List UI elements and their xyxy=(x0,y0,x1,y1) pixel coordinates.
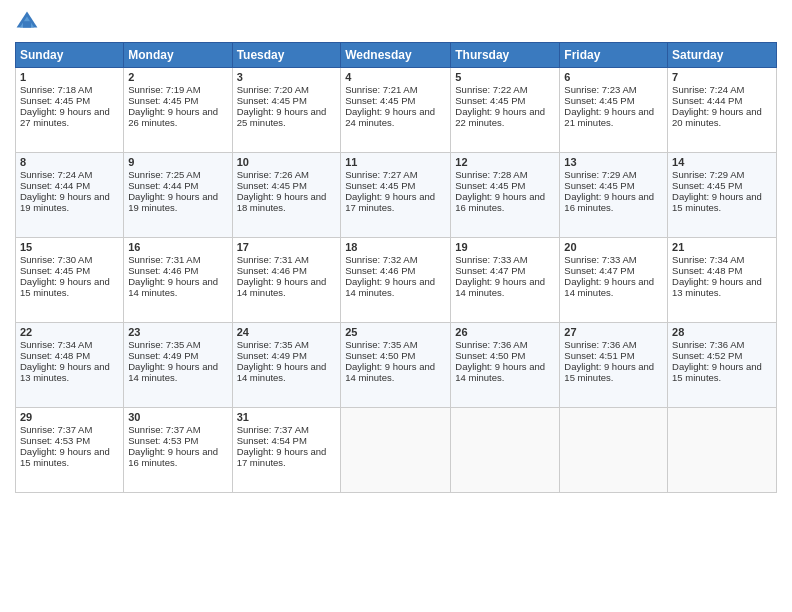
sunrise-label: Sunrise: 7:23 AM xyxy=(564,84,636,95)
sunset-label: Sunset: 4:54 PM xyxy=(237,435,307,446)
sunset-label: Sunset: 4:45 PM xyxy=(564,95,634,106)
calendar-cell: 16Sunrise: 7:31 AMSunset: 4:46 PMDayligh… xyxy=(124,238,232,323)
sunrise-label: Sunrise: 7:37 AM xyxy=(237,424,309,435)
day-number: 21 xyxy=(672,241,772,253)
day-number: 23 xyxy=(128,326,227,338)
daylight-label: Daylight: 9 hours and 16 minutes. xyxy=(128,446,218,468)
day-number: 31 xyxy=(237,411,337,423)
daylight-label: Daylight: 9 hours and 13 minutes. xyxy=(20,361,110,383)
sunset-label: Sunset: 4:44 PM xyxy=(672,95,742,106)
daylight-label: Daylight: 9 hours and 15 minutes. xyxy=(672,361,762,383)
day-header-thursday: Thursday xyxy=(451,43,560,68)
day-number: 15 xyxy=(20,241,119,253)
sunrise-label: Sunrise: 7:37 AM xyxy=(20,424,92,435)
daylight-label: Daylight: 9 hours and 14 minutes. xyxy=(237,361,327,383)
daylight-label: Daylight: 9 hours and 22 minutes. xyxy=(455,106,545,128)
calendar-cell: 20Sunrise: 7:33 AMSunset: 4:47 PMDayligh… xyxy=(560,238,668,323)
day-header-monday: Monday xyxy=(124,43,232,68)
sunrise-label: Sunrise: 7:33 AM xyxy=(455,254,527,265)
calendar-cell: 23Sunrise: 7:35 AMSunset: 4:49 PMDayligh… xyxy=(124,323,232,408)
daylight-label: Daylight: 9 hours and 26 minutes. xyxy=(128,106,218,128)
sunset-label: Sunset: 4:45 PM xyxy=(20,265,90,276)
day-number: 3 xyxy=(237,71,337,83)
calendar-cell: 1Sunrise: 7:18 AMSunset: 4:45 PMDaylight… xyxy=(16,68,124,153)
daylight-label: Daylight: 9 hours and 21 minutes. xyxy=(564,106,654,128)
sunrise-label: Sunrise: 7:29 AM xyxy=(672,169,744,180)
sunset-label: Sunset: 4:47 PM xyxy=(564,265,634,276)
sunset-label: Sunset: 4:50 PM xyxy=(455,350,525,361)
sunset-label: Sunset: 4:49 PM xyxy=(237,350,307,361)
daylight-label: Daylight: 9 hours and 20 minutes. xyxy=(672,106,762,128)
daylight-label: Daylight: 9 hours and 27 minutes. xyxy=(20,106,110,128)
sunset-label: Sunset: 4:45 PM xyxy=(455,95,525,106)
sunrise-label: Sunrise: 7:21 AM xyxy=(345,84,417,95)
daylight-label: Daylight: 9 hours and 15 minutes. xyxy=(20,446,110,468)
day-number: 26 xyxy=(455,326,555,338)
day-number: 5 xyxy=(455,71,555,83)
daylight-label: Daylight: 9 hours and 17 minutes. xyxy=(237,446,327,468)
day-number: 28 xyxy=(672,326,772,338)
header xyxy=(15,10,777,34)
calendar-cell: 27Sunrise: 7:36 AMSunset: 4:51 PMDayligh… xyxy=(560,323,668,408)
sunrise-label: Sunrise: 7:24 AM xyxy=(20,169,92,180)
calendar-cell: 24Sunrise: 7:35 AMSunset: 4:49 PMDayligh… xyxy=(232,323,341,408)
day-number: 11 xyxy=(345,156,446,168)
calendar-cell: 26Sunrise: 7:36 AMSunset: 4:50 PMDayligh… xyxy=(451,323,560,408)
day-header-wednesday: Wednesday xyxy=(341,43,451,68)
calendar-cell: 10Sunrise: 7:26 AMSunset: 4:45 PMDayligh… xyxy=(232,153,341,238)
sunrise-label: Sunrise: 7:29 AM xyxy=(564,169,636,180)
calendar-cell: 25Sunrise: 7:35 AMSunset: 4:50 PMDayligh… xyxy=(341,323,451,408)
calendar-cell: 3Sunrise: 7:20 AMSunset: 4:45 PMDaylight… xyxy=(232,68,341,153)
sunset-label: Sunset: 4:48 PM xyxy=(672,265,742,276)
day-number: 8 xyxy=(20,156,119,168)
sunrise-label: Sunrise: 7:35 AM xyxy=(345,339,417,350)
daylight-label: Daylight: 9 hours and 19 minutes. xyxy=(20,191,110,213)
day-number: 22 xyxy=(20,326,119,338)
sunrise-label: Sunrise: 7:26 AM xyxy=(237,169,309,180)
day-number: 9 xyxy=(128,156,227,168)
day-number: 14 xyxy=(672,156,772,168)
sunset-label: Sunset: 4:44 PM xyxy=(128,180,198,191)
calendar-cell: 7Sunrise: 7:24 AMSunset: 4:44 PMDaylight… xyxy=(668,68,777,153)
daylight-label: Daylight: 9 hours and 19 minutes. xyxy=(128,191,218,213)
day-number: 10 xyxy=(237,156,337,168)
calendar-cell: 12Sunrise: 7:28 AMSunset: 4:45 PMDayligh… xyxy=(451,153,560,238)
calendar-cell: 6Sunrise: 7:23 AMSunset: 4:45 PMDaylight… xyxy=(560,68,668,153)
day-number: 27 xyxy=(564,326,663,338)
calendar-cell: 9Sunrise: 7:25 AMSunset: 4:44 PMDaylight… xyxy=(124,153,232,238)
daylight-label: Daylight: 9 hours and 14 minutes. xyxy=(237,276,327,298)
calendar-week-3: 15Sunrise: 7:30 AMSunset: 4:45 PMDayligh… xyxy=(16,238,777,323)
sunset-label: Sunset: 4:44 PM xyxy=(20,180,90,191)
sunrise-label: Sunrise: 7:32 AM xyxy=(345,254,417,265)
sunrise-label: Sunrise: 7:27 AM xyxy=(345,169,417,180)
day-number: 13 xyxy=(564,156,663,168)
sunset-label: Sunset: 4:45 PM xyxy=(672,180,742,191)
day-header-sunday: Sunday xyxy=(16,43,124,68)
sunset-label: Sunset: 4:45 PM xyxy=(455,180,525,191)
sunrise-label: Sunrise: 7:34 AM xyxy=(20,339,92,350)
calendar-table: SundayMondayTuesdayWednesdayThursdayFrid… xyxy=(15,42,777,493)
daylight-label: Daylight: 9 hours and 14 minutes. xyxy=(128,276,218,298)
calendar-cell xyxy=(560,408,668,493)
calendar-week-5: 29Sunrise: 7:37 AMSunset: 4:53 PMDayligh… xyxy=(16,408,777,493)
day-number: 24 xyxy=(237,326,337,338)
sunrise-label: Sunrise: 7:22 AM xyxy=(455,84,527,95)
day-number: 12 xyxy=(455,156,555,168)
calendar-week-1: 1Sunrise: 7:18 AMSunset: 4:45 PMDaylight… xyxy=(16,68,777,153)
sunrise-label: Sunrise: 7:33 AM xyxy=(564,254,636,265)
sunrise-label: Sunrise: 7:18 AM xyxy=(20,84,92,95)
daylight-label: Daylight: 9 hours and 14 minutes. xyxy=(345,361,435,383)
sunset-label: Sunset: 4:45 PM xyxy=(237,180,307,191)
sunrise-label: Sunrise: 7:31 AM xyxy=(128,254,200,265)
calendar-cell xyxy=(451,408,560,493)
day-number: 4 xyxy=(345,71,446,83)
sunset-label: Sunset: 4:45 PM xyxy=(345,95,415,106)
daylight-label: Daylight: 9 hours and 24 minutes. xyxy=(345,106,435,128)
day-header-friday: Friday xyxy=(560,43,668,68)
calendar-cell: 4Sunrise: 7:21 AMSunset: 4:45 PMDaylight… xyxy=(341,68,451,153)
day-number: 1 xyxy=(20,71,119,83)
sunset-label: Sunset: 4:45 PM xyxy=(128,95,198,106)
daylight-label: Daylight: 9 hours and 14 minutes. xyxy=(128,361,218,383)
calendar-cell xyxy=(341,408,451,493)
calendar-cell: 15Sunrise: 7:30 AMSunset: 4:45 PMDayligh… xyxy=(16,238,124,323)
